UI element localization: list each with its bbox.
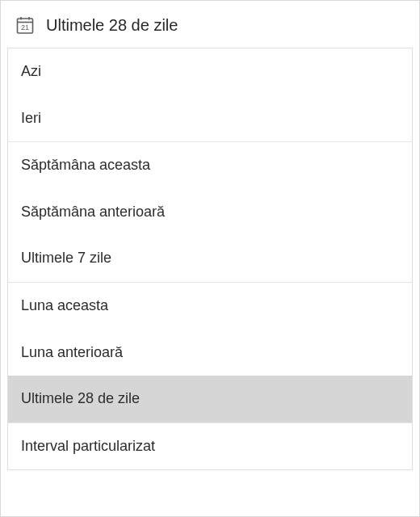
header: 21 Ultimele 28 de zile [1, 1, 419, 48]
option-last-month[interactable]: Luna anterioară [8, 330, 412, 376]
group-custom: Interval particularizat [8, 423, 412, 470]
date-range-dropdown: Azi Ieri Săptămâna aceasta Săptămâna ant… [7, 48, 413, 470]
option-today[interactable]: Azi [8, 48, 412, 95]
svg-text:21: 21 [21, 23, 29, 32]
current-range-label: Ultimele 28 de zile [46, 16, 178, 35]
option-last-7-days[interactable]: Ultimele 7 zile [8, 235, 412, 282]
option-last-28-days[interactable]: Ultimele 28 de zile [8, 376, 412, 422]
option-this-week[interactable]: Săptămâna aceasta [8, 142, 412, 189]
date-range-panel: 21 Ultimele 28 de zile Azi Ieri Săptămân… [0, 0, 420, 517]
option-custom-range[interactable]: Interval particularizat [8, 423, 412, 470]
group-day: Azi Ieri [8, 48, 412, 142]
calendar-icon: 21 [15, 15, 35, 35]
option-this-month[interactable]: Luna aceasta [8, 283, 412, 330]
option-yesterday[interactable]: Ieri [8, 95, 412, 142]
option-last-week[interactable]: Săptămâna anterioară [8, 189, 412, 236]
group-month: Luna aceasta Luna anterioară Ultimele 28… [8, 283, 412, 423]
group-week: Săptămâna aceasta Săptămâna anterioară U… [8, 142, 412, 283]
